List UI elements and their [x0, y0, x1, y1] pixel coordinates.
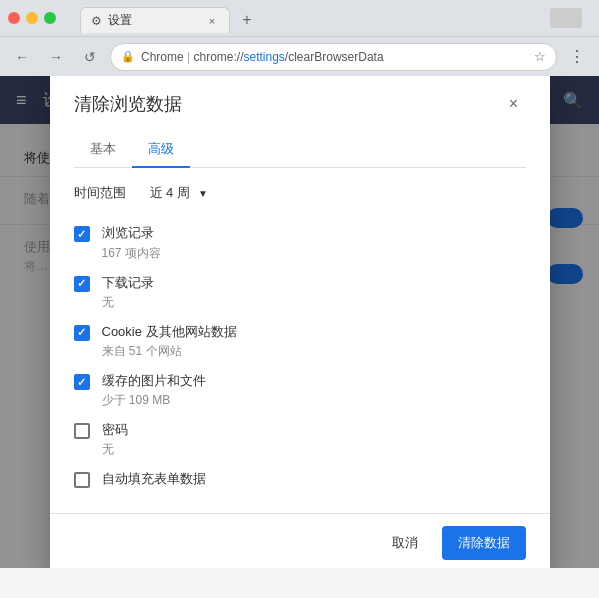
time-range-select[interactable]: 近 4 周 ▼	[150, 184, 208, 202]
download-history-desc: 无	[102, 294, 526, 311]
checkmark-icon: ✓	[77, 228, 86, 241]
browser-window: ⚙ 设置 × + ← → ↺ 🔒 Chrome | chrome://setti…	[0, 0, 599, 568]
tab-bar: ⚙ 设置 × +	[72, 3, 533, 33]
time-range-label: 时间范围	[74, 184, 134, 202]
back-button[interactable]: ←	[8, 43, 36, 71]
download-history-label: 下载记录	[102, 274, 526, 292]
dialog-close-button[interactable]: ×	[502, 92, 526, 116]
tab-close-button[interactable]: ×	[205, 14, 219, 28]
active-tab[interactable]: ⚙ 设置 ×	[80, 7, 230, 33]
modal-overlay: 清除浏览数据 × 基本 高级 时间范围 近 4 周 ▼	[0, 76, 599, 568]
minimize-button[interactable]	[26, 12, 38, 24]
dialog-title: 清除浏览数据	[74, 92, 182, 116]
page-content: ≡ 设置 🔍 将使用浏览器访问信息帮助谷歌道捷生自动分送给 Google 随着……	[0, 76, 599, 568]
cache-label: 缓存的图片和文件	[102, 372, 526, 390]
more-options-button[interactable]: ⋮	[563, 43, 591, 71]
time-range-row: 时间范围 近 4 周 ▼	[74, 184, 526, 202]
tab-title: 设置	[108, 12, 132, 29]
checkbox-cache-box[interactable]: ✓	[74, 374, 90, 390]
window-controls	[8, 12, 56, 24]
forward-button[interactable]: →	[42, 43, 70, 71]
checkmark-icon: ✓	[77, 376, 86, 389]
checkbox-autofill-box[interactable]	[74, 472, 90, 488]
address-settings: settings	[244, 50, 285, 64]
clear-browser-data-dialog: 清除浏览数据 × 基本 高级 时间范围 近 4 周 ▼	[50, 76, 550, 568]
security-icon: 🔒	[121, 50, 135, 63]
cancel-button[interactable]: 取消	[376, 526, 434, 560]
checkbox-cookies-box[interactable]: ✓	[74, 325, 90, 341]
checkbox-cookies: ✓ Cookie 及其他网站数据 来自 51 个网站	[74, 317, 526, 366]
bookmark-icon[interactable]: ☆	[534, 49, 546, 64]
address-path: /clearBrowserData	[285, 50, 384, 64]
title-bar: ⚙ 设置 × +	[0, 0, 599, 36]
passwords-desc: 无	[102, 441, 526, 458]
address-protocol: chrome://	[193, 50, 243, 64]
tab-settings-icon: ⚙	[91, 14, 102, 28]
checkbox-browse-history: ✓ 浏览记录 167 项内容	[74, 218, 526, 267]
reload-button[interactable]: ↺	[76, 43, 104, 71]
nav-bar: ← → ↺ 🔒 Chrome | chrome://settings/clear…	[0, 36, 599, 76]
checkmark-icon: ✓	[77, 277, 86, 290]
close-button[interactable]	[8, 12, 20, 24]
time-range-value: 近 4 周	[150, 184, 190, 202]
cache-desc: 少于 109 MB	[102, 392, 526, 409]
new-tab-button[interactable]: +	[234, 7, 260, 33]
chrome-label: Chrome	[141, 50, 184, 64]
checkmark-icon: ✓	[77, 326, 86, 339]
passwords-label: 密码	[102, 421, 526, 439]
checkbox-download-history: ✓ 下载记录 无	[74, 268, 526, 317]
browse-history-label: 浏览记录	[102, 224, 526, 242]
dialog-body: 时间范围 近 4 周 ▼ ✓	[50, 168, 550, 512]
dialog-tabs: 基本 高级	[74, 132, 526, 168]
checkbox-download-history-box[interactable]: ✓	[74, 276, 90, 292]
address-text: Chrome | chrome://settings/clearBrowserD…	[141, 50, 528, 64]
maximize-button[interactable]	[44, 12, 56, 24]
confirm-clear-button[interactable]: 清除数据	[442, 526, 526, 560]
address-bar[interactable]: 🔒 Chrome | chrome://settings/clearBrowse…	[110, 43, 557, 71]
window-controls-right	[550, 8, 582, 28]
autofill-label: 自动填充表单数据	[102, 470, 526, 488]
browse-history-desc: 167 项内容	[102, 245, 526, 262]
checkbox-passwords: 密码 无	[74, 415, 526, 464]
tab-basic[interactable]: 基本	[74, 132, 132, 168]
tab-advanced[interactable]: 高级	[132, 132, 190, 168]
dialog-header: 清除浏览数据 ×	[50, 76, 550, 116]
cookies-desc: 来自 51 个网站	[102, 343, 526, 360]
select-arrow-icon: ▼	[198, 188, 208, 199]
checkbox-passwords-box[interactable]	[74, 423, 90, 439]
checkbox-autofill: 自动填充表单数据	[74, 464, 526, 496]
checkbox-cache: ✓ 缓存的图片和文件 少于 109 MB	[74, 366, 526, 415]
cookies-label: Cookie 及其他网站数据	[102, 323, 526, 341]
checkbox-browse-history-box[interactable]: ✓	[74, 226, 90, 242]
dialog-footer: 取消 清除数据	[50, 513, 550, 568]
